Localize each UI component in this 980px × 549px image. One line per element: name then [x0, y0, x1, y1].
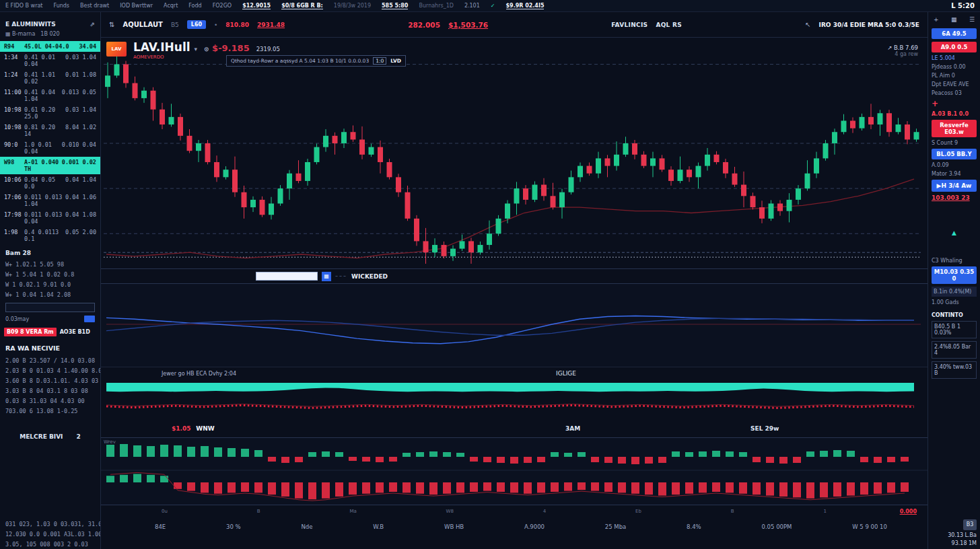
tab-all[interactable]: AQL RS — [656, 22, 682, 28]
topbar-ticker[interactable]: $0/8 6GB R B: — [281, 3, 323, 9]
stats-row: 3.05, 105 008 003 2 0.03 — [0, 539, 100, 549]
price-strip: ▦ ––– WICKEDED — [101, 269, 928, 284]
topbar-ticker[interactable]: L 5:20 — [951, 2, 975, 9]
watchlist-rows: R9445.0L 04-04.034.041:340.41 0.01 0.040… — [0, 41, 100, 244]
main-chart[interactable]: LAV LAV.IHull ▾ AOMEVERDO ⊙ $-9.185 — [101, 38, 928, 269]
chart-toolbar: ⇅ AQULLAUT B5 L60 • 810.80 2931.48 282.0… — [101, 12, 928, 38]
symbol-tab[interactable]: AQULLAUT — [123, 21, 162, 28]
watchlist-row[interactable]: 11:000.41 0.04 1.040.013 0.05 — [0, 87, 100, 104]
time-axis[interactable]: 0uBMaW84EbB1 0.000 84E30 %NdeW.BWB HBA.9… — [101, 505, 928, 549]
ask-price-badge[interactable]: 6A 49.5 — [932, 28, 977, 39]
watchlist-row[interactable]: 17:980.011 0.013 0.040.04 1.08 — [0, 209, 100, 227]
timeframe-chip[interactable]: L60 — [187, 20, 206, 29]
chevron-down-icon[interactable]: ▾ — [195, 46, 198, 52]
menu-icon[interactable]: ☰ — [969, 16, 975, 23]
field-row: PL Aim 0 — [932, 73, 977, 79]
topbar: E FIDO B wratFundsBest drawtIOD BwrttwrA… — [0, 0, 980, 12]
watchlist-row[interactable]: R9445.0L 04-04.034.04 — [0, 41, 100, 52]
tab-favorites[interactable]: FAVLINCIS — [611, 22, 648, 28]
topbar-ticker[interactable]: Acqrt — [164, 3, 178, 9]
axis-label: A.9000 — [524, 523, 545, 530]
active-price-badge[interactable]: ▶H 3/4 Aw — [932, 180, 977, 192]
fullscreen-icon[interactable]: ↗ — [887, 44, 892, 51]
watchlist-row[interactable]: 1:240.41 1.01 0.020.01 1.08 — [0, 69, 100, 87]
order-row[interactable]: 2.4%8.05 Bar 4 — [932, 341, 977, 359]
pointer-icon[interactable]: ↖ — [805, 21, 810, 28]
row-change: 34.04 — [79, 43, 96, 50]
topbar-ticker[interactable]: 19/8/3w 2019 — [334, 3, 371, 9]
week-row[interactable]: W+ 1 0.04 1.04 2.08 — [0, 289, 100, 299]
topbar-ticker[interactable]: Burnahrs_1D — [419, 3, 453, 9]
week-row[interactable]: W+ 1 5.04 1 0.02 0.8 — [0, 269, 100, 279]
watchlist-row[interactable]: 1:340.41 0.01 0.040.03 1.04 — [0, 52, 100, 69]
band-panel-labels: $1.05 WNW 3AM SEL 29w — [101, 423, 928, 437]
expand-icon[interactable]: ⇗ — [90, 21, 95, 28]
axis-label: 0.05 00PM — [762, 523, 792, 530]
topbar-ticker[interactable]: 585 5:80 — [382, 3, 408, 9]
topbar-ticker[interactable]: Best drawt — [80, 3, 109, 9]
watchlist-row[interactable]: 1:980.4 0.0113 0.10.05 2.00 — [0, 227, 100, 244]
row-symbol: 1:34 — [4, 54, 23, 67]
topbar-ticker[interactable]: FO2GO — [213, 3, 232, 9]
row-symbol: 1:24 — [4, 71, 23, 85]
watchlist-row[interactable]: 10:980.81 0.20 148.04 1.02 — [0, 122, 100, 139]
order-button[interactable]: M10.03 0.35 0 — [932, 266, 977, 284]
watchlist-row[interactable]: W98A-01 0.040 TH0.001 0.02 — [0, 157, 100, 174]
dash-decoration: ––– — [335, 273, 347, 279]
scroll-up-arrow[interactable]: ▲ — [932, 229, 977, 236]
histogram-panel[interactable]: Wrev — [101, 437, 928, 505]
week-chip[interactable] — [84, 316, 95, 322]
strip-grid-button[interactable]: ▦ — [322, 272, 331, 281]
watchlist-row[interactable]: 10:060.04 0.05 0.00.04 1.04 — [0, 174, 100, 192]
bid-price-badge[interactable]: A9.0 0.5 — [932, 42, 977, 52]
layout-icon[interactable]: ▦ — [951, 16, 957, 23]
axis-label: 0u — [162, 509, 168, 514]
stats-row: 3.03 B 8 04 03.1 8 03 08 — [0, 386, 100, 396]
topbar-ticker[interactable]: IOD Bwrttwr — [120, 3, 153, 9]
stat-sub: 4 ga rew — [887, 51, 918, 57]
row-change: 0.05 2.00 — [65, 229, 96, 242]
band-panel[interactable] — [101, 381, 928, 423]
panel-button[interactable]: B3 — [963, 519, 977, 530]
row-change: 0.001 0.02 — [62, 159, 96, 172]
topbar-tickers: E FIDO B wratFundsBest drawtIOD BwrttwrA… — [5, 2, 975, 9]
alert-code: AO3E B1D — [60, 329, 90, 335]
topbar-ticker[interactable]: $9.9R 02.4I5 — [506, 3, 545, 9]
topbar-ticker[interactable]: E FIDO B wrat — [5, 3, 42, 9]
section-title: CONTINTO — [932, 308, 977, 318]
level-link[interactable]: LE 5.004 — [932, 55, 977, 61]
buy-button[interactable]: BL.05 BB.Y — [932, 149, 977, 159]
topbar-ticker[interactable]: $12.9015 — [242, 3, 271, 9]
main-chart-svg[interactable] — [101, 38, 928, 269]
sell-button[interactable]: Resverfe E03.w — [932, 120, 977, 137]
topbar-ticker[interactable]: 2.101 — [464, 3, 480, 9]
price-strip-input[interactable] — [256, 272, 318, 281]
watchlist-input[interactable] — [5, 303, 95, 312]
stats-rows: 2.00 B 23.507 / 14.0 03.082.03 B 0 01.03… — [0, 355, 100, 416]
axis-row2: 84E30 %NdeW.BWB HBA.900025 Mba8.4%0.05 0… — [101, 514, 928, 530]
watchlist-row[interactable]: 10:980.61 0.20 25.00.03 1.04 — [0, 104, 100, 122]
order-row[interactable]: B40.5 B 1 0.03% — [932, 321, 977, 338]
sort-icon[interactable]: ⇅ — [109, 21, 114, 28]
grid-plus-icon[interactable]: + — [934, 16, 939, 23]
info-box[interactable]: B.1in 0.4%(M) — [932, 287, 977, 297]
topbar-ticker[interactable]: Funds — [53, 3, 69, 9]
alert-badge[interactable]: B09 8 VERA Rm — [4, 328, 57, 336]
add-button[interactable]: + — [932, 99, 977, 108]
watchlist-row[interactable]: 90:01.0 0.01 0.040.010 0.04 — [0, 139, 100, 157]
order-row[interactable]: 3.40% tww.03 B — [932, 361, 977, 379]
week-row[interactable]: W 1 0.02.1 9.01 0.0 — [0, 279, 100, 289]
row-values: A-01 0.040 TH — [23, 159, 62, 172]
watchlist-row[interactable]: 17:060.011 0.013 1.040.04 1.06 — [0, 192, 100, 209]
row-change: 0.03 1.04 — [65, 106, 96, 120]
week-row[interactable]: W+ 1.02.1 5.05 98 — [0, 259, 100, 269]
oscillator-panel[interactable] — [101, 284, 928, 367]
rail-top: 6A 49.5A9.0 0.5LE 5.004Pjdeass 0.00PL Ai… — [932, 28, 977, 201]
field-row: 1.00 Gads — [932, 299, 977, 305]
chart-symbol-title[interactable]: LAV.IHull ▾ — [133, 42, 197, 53]
topbar-ticker[interactable]: ✓ — [491, 3, 495, 9]
topbar-ticker[interactable]: Fodd — [188, 3, 201, 9]
toolbar-b5[interactable]: B5 — [171, 22, 179, 28]
row-values: 0.04 0.05 0.0 — [23, 176, 65, 190]
watchlist-filter[interactable]: ▦ B-marna — [5, 31, 35, 37]
